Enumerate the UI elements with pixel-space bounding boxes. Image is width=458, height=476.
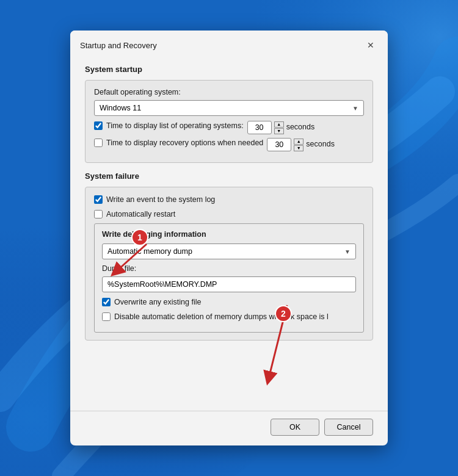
default-os-value: Windows 11 [100,104,141,112]
disable-auto-delete-label: Disable automatic deletion of memory dum… [114,312,329,323]
auto-restart-checkbox[interactable] [94,210,103,218]
recovery-options-up-button[interactable]: ▲ [294,139,304,145]
display-list-checkbox[interactable] [94,121,103,130]
dump-file-input[interactable] [102,276,356,292]
dump-type-value: Automatic memory dump [107,247,192,256]
dialog-content: System startup Default operating system:… [70,57,388,411]
write-event-checkbox[interactable] [94,195,103,204]
system-startup-title: System startup [85,65,373,74]
display-list-row: Time to display list of operating system… [94,121,364,134]
default-os-label: Default operating system: [94,88,364,96]
recovery-options-checkbox[interactable] [94,139,103,147]
dump-file-label: Dump file: [102,264,356,273]
close-button[interactable]: ✕ [363,38,378,52]
auto-restart-label: Automatically restart [106,209,175,220]
ok-button[interactable]: OK [271,419,319,436]
disable-auto-delete-row: Disable automatic deletion of memory dum… [102,312,356,323]
title-bar: Startup and Recovery ✕ [70,31,388,57]
dialog-title: Startup and Recovery [80,41,157,50]
display-list-input[interactable] [247,121,272,134]
dialog-footer: OK Cancel [70,411,388,445]
system-startup-section: Default operating system: Windows 11 ▼ T… [85,80,373,163]
cancel-button[interactable]: Cancel [324,419,373,436]
default-os-dropdown-row: Windows 11 ▼ [94,100,364,116]
dialog-window: Startup and Recovery ✕ System startup De… [70,31,388,445]
dump-type-dropdown[interactable]: Automatic memory dump ▼ [102,243,356,259]
auto-restart-row: Automatically restart [94,209,364,220]
recovery-options-spinner-buttons: ▲ ▼ [294,139,304,151]
recovery-options-input[interactable] [267,138,291,151]
display-list-spinner: ▲ ▼ seconds [247,121,315,134]
write-debug-title: Write debugging information [102,230,356,239]
overwrite-label: Overwrite any existing file [114,297,201,308]
display-list-label: Time to display list of operating system… [106,121,244,132]
dump-type-arrow-icon: ▼ [344,248,351,255]
display-list-unit: seconds [286,122,315,133]
recovery-options-down-button[interactable]: ▼ [294,145,304,151]
dump-type-row: Automatic memory dump ▼ [102,243,356,259]
write-event-label: Write an event to the system log [106,195,215,206]
recovery-options-label: Time to display recovery options when ne… [106,138,263,149]
system-failure-title: System failure [85,171,373,181]
default-os-dropdown[interactable]: Windows 11 ▼ [94,100,364,116]
display-list-up-button[interactable]: ▲ [274,121,284,128]
recovery-options-unit: seconds [306,139,335,150]
recovery-options-row: Time to display recovery options when ne… [94,138,364,151]
display-list-down-button[interactable]: ▼ [274,128,284,134]
disable-auto-delete-checkbox[interactable] [102,312,111,321]
dropdown-arrow-icon: ▼ [352,105,358,112]
system-failure-section: Write an event to the system log Automat… [85,187,373,341]
recovery-options-spinner: ▲ ▼ seconds [267,138,335,151]
write-event-row: Write an event to the system log [94,195,364,206]
overwrite-checkbox[interactable] [102,298,111,306]
display-list-spinner-buttons: ▲ ▼ [274,121,284,134]
overwrite-row: Overwrite any existing file [102,297,356,308]
write-debug-section: Write debugging information Automatic me… [94,223,364,333]
